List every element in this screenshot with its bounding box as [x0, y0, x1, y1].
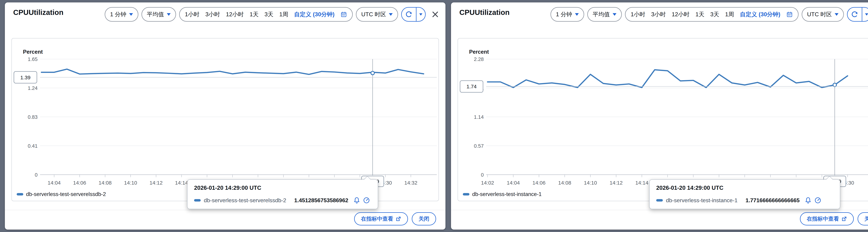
chart-plot[interactable]: Percent2.281.711.140.57014:0214:0414:061… — [458, 38, 868, 201]
range-1d[interactable]: 1天 — [250, 10, 258, 18]
tooltip-series-row: db-serverless-test-instance-1 1.77166666… — [656, 197, 833, 204]
range-1h[interactable]: 1小时 — [631, 10, 645, 18]
footer-actions: 在指标中查看 关闭 — [354, 212, 436, 225]
close-button-label: 关闭 — [864, 215, 868, 223]
chevron-down-icon — [167, 13, 170, 16]
chart-container: Percent2.281.711.140.57014:0214:0414:061… — [458, 38, 868, 201]
view-in-metrics-button[interactable]: 在指标中查看 — [354, 212, 408, 225]
svg-text:Percent: Percent — [469, 49, 489, 55]
svg-text:0.41: 0.41 — [28, 143, 38, 149]
range-12h[interactable]: 12小时 — [226, 10, 244, 18]
range-custom[interactable]: 自定义 (30分钟) — [740, 10, 780, 18]
series-value: 1.4512856753586962 — [294, 197, 348, 204]
chevron-down-icon — [575, 13, 579, 16]
svg-text:0: 0 — [35, 172, 37, 178]
chevron-down-icon — [835, 13, 838, 16]
range-1w[interactable]: 1周 — [279, 10, 288, 18]
time-range-group: 1小时 3小时 12小时 1天 3天 1周 自定义 (30分钟) — [625, 7, 799, 22]
metric-widget-cpuutilization-1: CPUUtilization 1 分钟 平均值 1小时 3小时 12小时 1天 … — [5, 2, 445, 230]
alarm-bell-icon[interactable] — [804, 197, 812, 204]
series-name: db-serverless-test-instance-1 — [666, 197, 738, 204]
view-in-metrics-label: 在指标中查看 — [807, 215, 839, 223]
svg-text:14:12: 14:12 — [150, 180, 162, 186]
timezone-dropdown[interactable]: UTC 时区 — [356, 7, 398, 22]
svg-text:14:08: 14:08 — [558, 180, 571, 186]
tooltip-timestamp: 2026-01-20 14:29:00 UTC — [656, 185, 833, 191]
refresh-icon — [851, 11, 858, 18]
refresh-button[interactable] — [402, 8, 416, 21]
period-dropdown[interactable]: 1 分钟 — [105, 7, 138, 22]
svg-text:14:14: 14:14 — [175, 180, 188, 186]
footer-divider — [451, 210, 868, 210]
chevron-down-icon — [419, 13, 422, 15]
svg-text:14:32: 14:32 — [404, 180, 417, 186]
gauge-icon[interactable] — [814, 197, 822, 204]
svg-text:0: 0 — [481, 172, 484, 178]
chart-container: Percent1.651.240.830.41014:0414:0614:081… — [11, 38, 439, 201]
tooltip-timestamp: 2026-01-20 14:29:00 UTC — [194, 185, 371, 191]
chevron-down-icon — [613, 13, 616, 16]
svg-text:14:06: 14:06 — [532, 180, 546, 186]
statistic-dropdown-label: 平均值 — [593, 10, 610, 18]
close-button[interactable]: 关闭 — [858, 212, 868, 225]
svg-text:0.57: 0.57 — [474, 143, 484, 149]
widget-title: CPUUtilization — [13, 8, 63, 16]
view-in-metrics-label: 在指标中查看 — [361, 215, 393, 223]
svg-text:14:02: 14:02 — [481, 180, 494, 186]
view-in-metrics-button[interactable]: 在指标中查看 — [800, 212, 854, 225]
chart-tooltip: 2026-01-20 14:29:00 UTC db-serverless-te… — [649, 179, 840, 209]
legend-item[interactable]: db-serverless-test-instance-1 — [463, 191, 541, 197]
legend-item[interactable]: db-serverless-test-serverelssdb-2 — [17, 191, 106, 197]
svg-text:0.83: 0.83 — [28, 114, 38, 120]
range-3h[interactable]: 3小时 — [651, 10, 666, 18]
svg-text:14:10: 14:10 — [584, 180, 597, 186]
alarm-bell-icon[interactable] — [353, 197, 361, 204]
svg-text:14:14: 14:14 — [636, 180, 648, 186]
series-value: 1.7716666666666665 — [746, 197, 800, 204]
range-1h[interactable]: 1小时 — [185, 10, 199, 18]
range-12h[interactable]: 12小时 — [672, 10, 689, 18]
range-1d[interactable]: 1天 — [695, 10, 704, 18]
calendar-icon[interactable] — [786, 11, 793, 18]
legend-color-chip — [17, 193, 23, 195]
statistic-dropdown-label: 平均值 — [147, 10, 164, 18]
timezone-dropdown[interactable]: UTC 时区 — [802, 7, 844, 22]
range-3d[interactable]: 3天 — [710, 10, 719, 18]
chart-plot[interactable]: Percent1.651.240.830.41014:0414:0614:081… — [12, 38, 438, 201]
calendar-icon[interactable] — [340, 11, 347, 18]
gauge-icon[interactable] — [363, 197, 370, 204]
refresh-split-button — [847, 7, 868, 22]
chevron-down-icon — [129, 13, 133, 16]
refresh-button[interactable] — [847, 8, 862, 21]
period-dropdown-label: 1 分钟 — [556, 10, 572, 18]
svg-text:1.14: 1.14 — [474, 114, 484, 120]
external-link-icon — [841, 216, 847, 222]
svg-text:14:10: 14:10 — [124, 180, 137, 186]
range-3h[interactable]: 3小时 — [205, 10, 220, 18]
timezone-dropdown-label: UTC 时区 — [361, 10, 386, 18]
chart-tooltip: 2026-01-20 14:29:00 UTC db-serverless-te… — [187, 179, 378, 209]
close-button-label: 关闭 — [418, 215, 429, 223]
statistic-dropdown[interactable]: 平均值 — [142, 7, 176, 22]
period-dropdown[interactable]: 1 分钟 — [551, 7, 584, 22]
series-color-chip — [656, 199, 663, 201]
svg-text:14:12: 14:12 — [610, 180, 623, 186]
svg-text:Percent: Percent — [23, 49, 43, 55]
range-1w[interactable]: 1周 — [725, 10, 734, 18]
widget-controls: 1 分钟 平均值 1小时 3小时 12小时 1天 3天 1周 自定义 (30分钟… — [551, 7, 868, 22]
timezone-dropdown-label: UTC 时区 — [807, 10, 832, 18]
close-widget-button[interactable] — [431, 10, 439, 18]
close-icon — [431, 10, 439, 18]
refresh-options-button[interactable] — [416, 8, 425, 21]
svg-text:1.74: 1.74 — [466, 84, 477, 89]
footer-actions: 在指标中查看 关闭 — [800, 212, 868, 225]
chevron-down-icon — [865, 13, 868, 15]
chevron-down-icon — [389, 13, 393, 16]
range-3d[interactable]: 3天 — [265, 10, 273, 18]
refresh-options-button[interactable] — [862, 8, 868, 21]
statistic-dropdown[interactable]: 平均值 — [587, 7, 622, 22]
svg-text:14:06: 14:06 — [73, 180, 86, 186]
close-button[interactable]: 关闭 — [412, 212, 436, 225]
svg-text:14:04: 14:04 — [48, 180, 61, 186]
range-custom[interactable]: 自定义 (30分钟) — [294, 10, 335, 18]
